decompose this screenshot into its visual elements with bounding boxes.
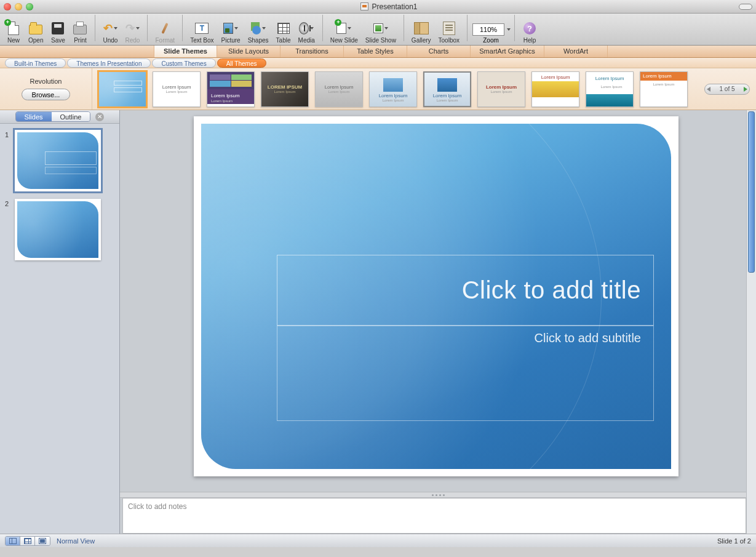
theme-thumb[interactable]: Lorem IpsumLorem Ipsum bbox=[207, 71, 255, 107]
titlebar: Presentation1 bbox=[0, 0, 756, 14]
current-theme-name: Revolution bbox=[30, 78, 62, 85]
chevron-left-icon[interactable] bbox=[707, 87, 710, 92]
notes-pane[interactable]: Click to add notes bbox=[122, 498, 746, 534]
ribbon-tabs: Slide Themes Slide Layouts Transitions T… bbox=[0, 46, 756, 58]
view-normal-button[interactable] bbox=[6, 537, 20, 545]
format-button[interactable]: Format bbox=[151, 20, 178, 44]
theme-thumb[interactable]: Lorem IpsumLorem Ipsum bbox=[586, 71, 634, 107]
vertical-scrollbar[interactable] bbox=[746, 110, 756, 534]
textbox-icon: T bbox=[195, 23, 209, 34]
minimize-window-icon[interactable] bbox=[15, 3, 22, 10]
subtab-builtin[interactable]: Built-in Themes bbox=[5, 58, 66, 68]
title-placeholder[interactable]: Click to add title bbox=[277, 255, 654, 326]
pane-splitter[interactable] bbox=[120, 492, 756, 498]
table-button[interactable]: Table bbox=[273, 20, 295, 44]
slide-thumb-2[interactable]: 2 bbox=[5, 199, 114, 260]
zoom-control[interactable]: 110% Zoom bbox=[471, 23, 511, 44]
slideshow-view-icon bbox=[39, 538, 46, 544]
new-slide-button[interactable]: +New Slide bbox=[327, 20, 362, 44]
theme-gallery: Revolution Browse... Lorem IpsumLorem Ip… bbox=[0, 68, 756, 110]
window-title: Presentation1 bbox=[39, 2, 739, 11]
tab-slide-layouts[interactable]: Slide Layouts bbox=[217, 46, 281, 57]
theme-thumbnails: Lorem IpsumLorem Ipsum Lorem IpsumLorem … bbox=[92, 71, 704, 107]
standard-toolbar: +New Open Save Print ↶Undo ↷Redo Format … bbox=[0, 14, 756, 46]
slide-number: 1 bbox=[5, 130, 11, 191]
window-title-text: Presentation1 bbox=[372, 2, 417, 11]
undo-icon: ↶ bbox=[103, 22, 113, 35]
theme-thumb[interactable]: Lorem IpsumLorem Ipsum bbox=[315, 71, 363, 107]
document-icon bbox=[360, 2, 368, 10]
tab-outline[interactable]: Outline bbox=[52, 112, 90, 121]
gallery-button[interactable]: Gallery bbox=[408, 20, 435, 44]
media-icon bbox=[299, 22, 309, 34]
zoom-value[interactable]: 110% bbox=[472, 23, 504, 36]
undo-button[interactable]: ↶Undo bbox=[99, 20, 121, 44]
slide-canvas-wrap[interactable]: Click to add title Click to add subtitle bbox=[120, 110, 756, 492]
plus-icon: + bbox=[4, 19, 11, 26]
subtab-custom[interactable]: Custom Themes bbox=[152, 58, 215, 68]
textbox-button[interactable]: TText Box bbox=[186, 20, 217, 44]
subtab-in-presentation[interactable]: Themes In Presentation bbox=[67, 58, 151, 68]
editor-area: Click to add title Click to add subtitle… bbox=[120, 110, 756, 534]
view-sorter-button[interactable] bbox=[20, 537, 35, 545]
help-button[interactable]: ?Help bbox=[519, 20, 541, 44]
tab-table-styles[interactable]: Table Styles bbox=[344, 46, 407, 57]
theme-pager[interactable]: 1 of 5 bbox=[704, 84, 750, 95]
new-button[interactable]: +New bbox=[2, 20, 25, 44]
tab-slides[interactable]: Slides bbox=[16, 112, 52, 121]
theme-thumb[interactable]: Lorem IpsumLorem Ipsum bbox=[423, 71, 471, 107]
save-button[interactable]: Save bbox=[47, 20, 69, 44]
slide-panel: Slides Outline ✕ 1 2 bbox=[0, 110, 120, 534]
tab-wordart[interactable]: WordArt bbox=[544, 46, 608, 57]
tab-transitions[interactable]: Transitions bbox=[281, 46, 344, 57]
brush-icon bbox=[162, 23, 169, 34]
media-button[interactable]: Media bbox=[295, 20, 319, 44]
toolbar-toggle-icon[interactable] bbox=[739, 4, 752, 10]
slide-thumb-1[interactable]: 1 bbox=[5, 130, 114, 191]
panel-tabs: Slides Outline ✕ bbox=[0, 110, 119, 124]
open-button[interactable]: Open bbox=[25, 20, 47, 44]
status-bar: Normal View Slide 1 of 2 bbox=[0, 534, 756, 547]
print-button[interactable]: Print bbox=[69, 20, 91, 44]
toolbox-button[interactable]: Toolbox bbox=[435, 20, 463, 44]
slide-canvas[interactable]: Click to add title Click to add subtitle bbox=[194, 116, 678, 476]
slideshow-button[interactable]: Slide Show bbox=[362, 20, 400, 44]
theme-thumb[interactable]: Lorem Ipsum bbox=[531, 71, 579, 107]
browse-themes-button[interactable]: Browse... bbox=[22, 89, 71, 100]
pager-text: 1 of 5 bbox=[719, 86, 734, 92]
slide-thumbnails: 1 2 bbox=[0, 124, 119, 534]
theme-thumb[interactable]: Lorem IpsumLorem Ipsum bbox=[369, 71, 417, 107]
tab-charts[interactable]: Charts bbox=[407, 46, 471, 57]
tab-slide-themes[interactable]: Slide Themes bbox=[154, 46, 217, 57]
theme-subtabs: Built-in Themes Themes In Presentation C… bbox=[0, 58, 756, 68]
view-slideshow-button[interactable] bbox=[35, 537, 50, 545]
window-controls bbox=[4, 3, 33, 10]
redo-button[interactable]: ↷Redo bbox=[121, 20, 143, 44]
table-icon bbox=[277, 23, 290, 34]
zoom-window-icon[interactable] bbox=[26, 3, 33, 10]
subtitle-placeholder[interactable]: Click to add subtitle bbox=[277, 326, 654, 421]
theme-thumb-revolution[interactable] bbox=[98, 71, 146, 107]
subtab-all[interactable]: All Themes bbox=[217, 58, 266, 68]
picture-icon bbox=[223, 23, 233, 34]
theme-thumb[interactable]: Lorem IpsumLorem Ipsum bbox=[153, 71, 201, 107]
shapes-button[interactable]: Shapes bbox=[244, 20, 273, 44]
main-area: Slides Outline ✕ 1 2 Click to add title … bbox=[0, 110, 756, 534]
theme-thumb[interactable]: Lorem IpsumLorem Ipsum bbox=[477, 71, 525, 107]
theme-thumb[interactable]: LOREM IPSUMLorem Ipsum bbox=[261, 71, 309, 107]
floppy-icon bbox=[52, 22, 64, 34]
folder-icon bbox=[29, 25, 42, 34]
redo-icon: ↷ bbox=[125, 22, 135, 35]
close-window-icon[interactable] bbox=[4, 3, 11, 10]
view-label: Normal View bbox=[57, 537, 95, 545]
slide-counter: Slide 1 of 2 bbox=[717, 537, 751, 545]
toolbox-icon bbox=[443, 22, 455, 35]
tab-smartart[interactable]: SmartArt Graphics bbox=[471, 46, 544, 57]
printer-icon bbox=[73, 25, 87, 34]
chevron-right-icon[interactable] bbox=[744, 87, 747, 92]
slide-number: 2 bbox=[5, 199, 11, 260]
picture-button[interactable]: Picture bbox=[218, 20, 244, 44]
close-panel-icon[interactable]: ✕ bbox=[95, 113, 104, 121]
theme-thumb[interactable]: Lorem IpsumLorem Ipsum bbox=[640, 71, 688, 107]
zoom-label: Zoom bbox=[483, 37, 499, 44]
